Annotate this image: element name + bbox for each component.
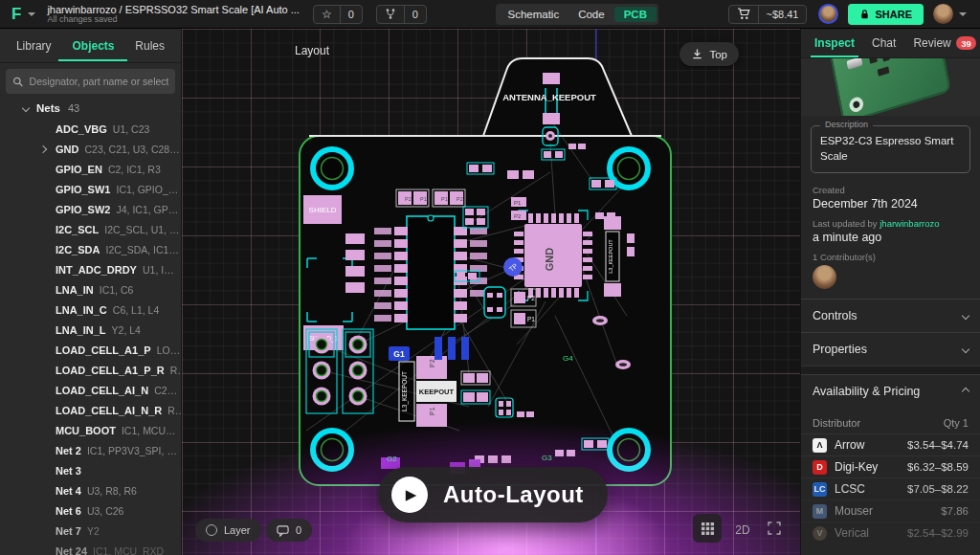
tab-objects[interactable]: Objects <box>68 31 118 61</box>
star-count[interactable]: 0 <box>340 6 362 23</box>
pricing-section-header[interactable]: Availability & Pricing <box>801 374 980 408</box>
tab-inspect[interactable]: Inspect <box>814 29 855 57</box>
grid-toggle-button[interactable] <box>693 514 722 543</box>
comment-icon <box>277 524 289 537</box>
properties-section-header[interactable]: Properties <box>801 332 980 366</box>
net-item[interactable]: Net 3 <box>0 460 181 480</box>
chevron-right-icon[interactable] <box>39 145 47 153</box>
net-item[interactable]: LOAD_CELL_AI_NC20, LO... <box>0 380 181 400</box>
net-refs: IC1, MCU_BO... <box>122 425 181 436</box>
net-item[interactable]: LOAD_CELL_A1_PLOAD_... <box>0 340 181 360</box>
grid-icon <box>701 522 715 536</box>
user-avatar[interactable] <box>933 4 953 24</box>
verical-logo-icon: V <box>813 526 827 541</box>
comments-button[interactable]: 0 <box>266 519 312 542</box>
net-item[interactable]: LOAD_CELL_AI_N_RR4, J3 <box>0 400 181 420</box>
net-item[interactable]: INT_ADC_DRDYU1, INT_A... <box>0 259 181 279</box>
tab-chat[interactable]: Chat <box>872 29 896 57</box>
tab-library[interactable]: Library <box>12 31 56 61</box>
net-refs: U3, R8, R6 <box>87 485 137 497</box>
tab-pcb[interactable]: PCB <box>614 7 657 22</box>
layer-top-button[interactable]: Top <box>679 42 739 66</box>
logo-menu-caret-icon[interactable] <box>28 12 35 16</box>
nets-group-header[interactable]: Nets 43 <box>0 98 181 119</box>
star-button[interactable]: ☆ <box>314 6 340 23</box>
net-name: LOAD_CELL_A1_P <box>56 344 151 356</box>
net-item[interactable]: Net 6U3, C26 <box>0 500 181 521</box>
distributor-row[interactable]: DDigi-Key$6.32–$8.59 <box>801 455 980 477</box>
net-refs: J4, IC1, GPIO_... <box>116 204 181 215</box>
controls-section-header[interactable]: Controls <box>801 299 980 332</box>
arrow-logo-icon: Λ <box>813 438 827 453</box>
net-item[interactable]: GPIO_SW1IC1, GPIO_SW1... <box>0 179 181 199</box>
net-name: GPIO_SW2 <box>56 204 110 215</box>
digi-key-logo-icon: D <box>813 460 827 475</box>
net-item[interactable]: I2C_SDAI2C_SDA, IC1, J5,... <box>0 239 181 259</box>
chevron-down-icon[interactable] <box>22 104 30 112</box>
tab-code[interactable]: Code <box>568 7 614 22</box>
auto-layout-button[interactable]: ▶ Auto-Layout <box>378 467 608 522</box>
g4-label: G4 <box>563 354 573 363</box>
net-item[interactable]: Net 2IC1, PP3V3_SPI, C10 <box>0 440 181 460</box>
distributor-row[interactable]: LCLCSC$7.05–$8.22 <box>801 477 980 500</box>
pad-label-p1: P1 <box>527 316 535 322</box>
object-search[interactable] <box>6 69 175 94</box>
net-item[interactable]: GNDC23, C21, U3, C28, Y... <box>0 139 181 159</box>
collaborator-avatar[interactable] <box>818 4 838 24</box>
net-item[interactable]: I2C_SCLI2C_SCL, U1, IC1,... <box>0 219 181 239</box>
net-item[interactable]: ADC_VBGU1, C23 <box>0 119 181 139</box>
fork-count[interactable]: 0 <box>404 6 426 23</box>
right-sidebar: Inspect Chat Review 39 Description ESP32… <box>800 29 980 555</box>
nets-list: ADC_VBGU1, C23GNDC23, C21, U3, C28, Y...… <box>0 119 181 555</box>
topbar: F jharwinbarrozo / ESPRSSO32 Smart Scale… <box>0 0 980 29</box>
search-input[interactable] <box>30 76 168 87</box>
net-item[interactable]: LNA_IN_CC6, L1, L4 <box>0 300 181 320</box>
net-refs: IC1, C6 <box>100 284 134 296</box>
fork-button[interactable] <box>377 6 404 23</box>
net-item[interactable]: Net 7Y2 <box>0 521 181 541</box>
net-name: LOAD_CELL_A1_P_R <box>56 365 165 376</box>
share-button[interactable]: SHARE <box>848 4 924 25</box>
tab-schematic[interactable]: Schematic <box>498 7 568 22</box>
net-name: LOAD_CELL_AI_N_R <box>56 405 162 416</box>
net-refs: Y2, L4 <box>112 324 141 336</box>
net-name: I2C_SCL <box>56 224 99 235</box>
updated-by-link[interactable]: jharwinbarrozo <box>880 218 939 229</box>
net-item[interactable]: Net 4U3, R8, R6 <box>0 480 181 500</box>
distributor-row[interactable]: ΛArrow$3.54–$4.74 <box>801 433 980 455</box>
distributor-row[interactable]: VVerical$2.54–$2.99 <box>801 522 980 544</box>
distributor-row[interactable]: MMouser$7.86 <box>801 500 980 522</box>
crystal[interactable] <box>484 287 505 318</box>
net-item[interactable]: GPIO_ENC2, IC1, R3 <box>0 159 181 179</box>
tab-review[interactable]: Review 39 <box>913 29 976 57</box>
pcb-canvas[interactable]: ANTENNA_KEEPOUT SHIELD SHIELD_1 <box>182 29 800 555</box>
net-name: MCU_BOOT <box>56 425 116 436</box>
fullscreen-button[interactable] <box>760 514 789 543</box>
user-menu-caret-icon[interactable] <box>959 12 967 16</box>
contributor-avatar[interactable] <box>813 265 836 289</box>
2d-mode-button[interactable]: 2D <box>728 516 757 544</box>
board-3d-preview[interactable] <box>801 58 980 116</box>
layer-selector-button[interactable]: Layer <box>195 519 261 542</box>
project-title-block[interactable]: jharwinbarrozo / ESPRSSO32 Smart Scale [… <box>47 4 300 25</box>
pricing-label: Availability & Pricing <box>813 385 920 398</box>
flux-logo[interactable]: F <box>11 5 20 24</box>
net-item[interactable]: LOAD_CELL_A1_P_RR2, J3 <box>0 360 181 380</box>
description-field[interactable]: Description ESP32-C3 Espresso Smart Scal… <box>811 125 970 173</box>
net-item[interactable]: LNA_INIC1, C6 <box>0 279 181 300</box>
cart-button[interactable] <box>729 6 758 23</box>
antenna-keepout-label: ANTENNA_KEEPOUT <box>502 92 596 102</box>
net-item[interactable]: LNA_IN_LY2, L4 <box>0 320 181 340</box>
share-label: SHARE <box>875 9 912 20</box>
chevron-up-icon <box>962 388 969 395</box>
play-icon[interactable]: ▶ <box>391 477 428 513</box>
net-item[interactable]: GPIO_SW2J4, IC1, GPIO_... <box>0 199 181 219</box>
net-item[interactable]: Net 24IC1, MCU_RXD <box>0 541 181 555</box>
cart-total[interactable]: ~$8.41 <box>758 6 807 23</box>
tab-rules[interactable]: Rules <box>131 31 168 61</box>
net-refs: U1, C23 <box>113 123 150 135</box>
net-refs: U3, C26 <box>87 505 124 517</box>
comment-count: 0 <box>296 524 301 536</box>
controls-label: Controls <box>813 309 858 322</box>
net-item[interactable]: MCU_BOOTIC1, MCU_BO... <box>0 420 181 440</box>
